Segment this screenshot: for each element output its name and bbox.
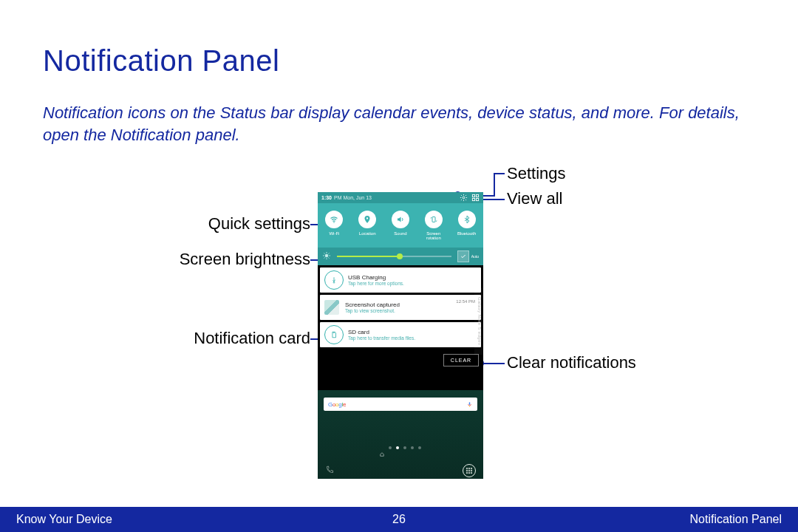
notification-card[interactable]: Screenshot captured Tap to view screensh… (320, 295, 481, 320)
nav-bar (318, 463, 483, 479)
footer-topic: Notification Panel (689, 513, 782, 526)
settings-icon[interactable] (459, 194, 468, 202)
rotation-icon (425, 211, 443, 228)
svg-point-13 (471, 468, 472, 469)
phone-icon[interactable] (325, 464, 334, 477)
quick-setting-bluetooth[interactable]: Bluetooth (450, 203, 483, 248)
footer-section: Know Your Device (16, 513, 112, 526)
svg-point-17 (466, 472, 468, 474)
quick-setting-sound[interactable]: Sound (384, 203, 417, 248)
svg-point-15 (468, 470, 470, 471)
callout-clear-notifications: Clear notifications (507, 353, 636, 372)
sound-icon (392, 211, 409, 228)
google-search-bar[interactable]: Google (324, 398, 477, 411)
quick-settings-row: Wi-FiLocationSoundScreenrotationBluetoot… (318, 203, 483, 248)
quick-setting-rotation[interactable]: Screenrotation (417, 203, 450, 248)
brightness-auto-label: Auto (471, 254, 479, 259)
brightness-row: Auto (318, 248, 483, 265)
quick-setting-wifi[interactable]: Wi-Fi (318, 203, 351, 248)
status-bar: 1:30 PM Mon, Jun 13 (318, 192, 483, 203)
quick-setting-label: Screenrotation (426, 231, 441, 240)
notification-subtitle: Tap here to transfer media files. (348, 335, 481, 341)
page-intro-text: Notification icons on the Status bar dis… (43, 102, 755, 146)
callout-notification-card: Notification card (194, 329, 310, 348)
apps-icon[interactable] (463, 464, 476, 477)
notification-card[interactable]: SD card Tap here to transfer media files… (320, 322, 481, 347)
svg-rect-10 (469, 402, 471, 405)
svg-point-0 (463, 197, 465, 199)
view-all-icon[interactable] (471, 194, 480, 202)
svg-point-18 (468, 472, 470, 474)
notification-subtitle: Tap here for more options. (348, 281, 481, 286)
clear-button[interactable]: CLEAR (443, 354, 479, 366)
svg-point-19 (471, 472, 472, 474)
svg-rect-2 (476, 194, 478, 197)
svg-point-16 (471, 470, 472, 471)
svg-rect-3 (472, 198, 474, 200)
status-date: PM Mon, Jun 13 (334, 195, 372, 200)
footer-page-num: 26 (392, 513, 406, 526)
notification-title: Screenshot captured (345, 301, 456, 308)
page-title: Notification Panel (43, 44, 279, 78)
brightness-icon (322, 250, 331, 263)
callout-view-all: View all (507, 189, 562, 208)
notification-title: USB Charging (348, 274, 481, 281)
notification-title: SD card (348, 329, 481, 335)
brightness-slider[interactable] (337, 256, 451, 257)
bluetooth-icon (458, 211, 476, 228)
quick-setting-label: Sound (394, 231, 406, 240)
svg-point-9 (333, 282, 335, 284)
status-time: 1:30 (321, 195, 332, 200)
notification-subtitle: Tap to view screenshot. (345, 308, 456, 313)
svg-rect-4 (476, 198, 478, 200)
svg-point-12 (468, 468, 470, 469)
svg-point-6 (366, 217, 368, 219)
svg-rect-1 (472, 194, 474, 197)
quick-setting-label: Bluetooth (457, 231, 476, 240)
svg-point-8 (325, 254, 328, 257)
svg-point-5 (334, 222, 335, 223)
side-edge-label: Galaxy Note 5 edge+ (474, 288, 485, 355)
sd-card-icon (324, 325, 344, 344)
location-icon (358, 211, 376, 228)
quick-setting-label: Location (359, 231, 376, 240)
quick-setting-location[interactable]: Location (351, 203, 384, 248)
quick-setting-label: Wi-Fi (329, 231, 339, 240)
brightness-auto-checkbox[interactable] (457, 250, 469, 262)
page-footer: Know Your Device 26 Notification Panel (0, 507, 798, 532)
home-screen-blurred: Google (318, 390, 483, 479)
wifi-icon (325, 211, 343, 228)
svg-point-11 (466, 468, 468, 469)
screenshot-thumb-icon (324, 300, 339, 315)
callout-quick-settings: Quick settings (208, 214, 310, 233)
notification-card[interactable]: USB Charging Tap here for more options. (320, 267, 481, 293)
svg-rect-7 (432, 217, 435, 222)
svg-point-14 (466, 470, 468, 471)
page-indicator (318, 446, 483, 460)
callout-screen-brightness: Screen brightness (180, 250, 310, 269)
callout-settings: Settings (507, 164, 566, 183)
notification-time: 12:54 PM (456, 299, 475, 304)
phone-screenshot: 1:30 PM Mon, Jun 13 Wi-FiLocationSoundSc… (318, 192, 483, 479)
mic-icon[interactable] (466, 398, 473, 411)
google-logo-text: Google (328, 401, 346, 408)
usb-icon (324, 270, 344, 290)
